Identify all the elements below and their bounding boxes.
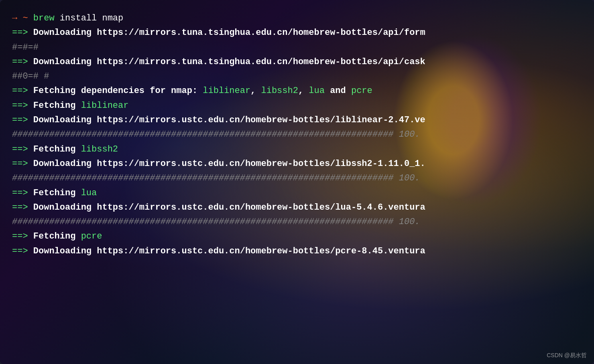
terminal-line-line15: ########################################…	[12, 215, 582, 229]
terminal-text-span: libssh2	[256, 86, 298, 96]
terminal-line-line16: ==> Fetching pcre	[12, 229, 582, 244]
terminal-text-span: ==>	[12, 159, 28, 169]
terminal-content: → ~ brew install nmap==> Downloading htt…	[0, 0, 594, 364]
terminal-line-line12: ########################################…	[12, 171, 582, 186]
terminal-text-span: ########################################…	[12, 173, 420, 183]
terminal-text-span: Fetching dependencies for nmap:	[28, 86, 203, 96]
terminal-text-span: install nmap	[55, 13, 124, 23]
terminal-line-line6: ==> Fetching dependencies for nmap: libl…	[12, 84, 582, 98]
terminal-text-span: ==>	[12, 188, 28, 198]
terminal-text-span: →	[12, 13, 17, 23]
terminal-line-line13: ==> Fetching lua	[12, 186, 582, 200]
terminal-text-span: ==>	[12, 246, 28, 256]
terminal-text-span: libssh2	[81, 144, 118, 154]
terminal-text-span: ==>	[12, 28, 28, 38]
terminal-text-span: Downloading https://mirrors.ustc.edu.cn/…	[28, 246, 425, 256]
terminal-text-span: Fetching	[28, 101, 81, 111]
terminal-text-span: ==>	[12, 231, 28, 241]
terminal-text-span: ~	[22, 13, 28, 23]
terminal-line-line11: ==> Downloading https://mirrors.ustc.edu…	[12, 157, 582, 171]
terminal-text-span: ,	[298, 86, 303, 96]
terminal-text-span: Downloading https://mirrors.ustc.edu.cn/…	[28, 115, 425, 125]
terminal-window: → ~ brew install nmap==> Downloading htt…	[0, 0, 594, 364]
terminal-line-line4: ==> Downloading https://mirrors.tuna.tsi…	[12, 55, 582, 69]
terminal-line-line3: #=#=#	[12, 40, 582, 55]
terminal-text-span: Fetching	[28, 188, 81, 198]
terminal-text-span: Downloading https://mirrors.tuna.tsinghu…	[28, 57, 425, 67]
terminal-text-span	[28, 13, 33, 23]
terminal-line-line2: ==> Downloading https://mirrors.tuna.tsi…	[12, 26, 582, 40]
terminal-text-span: Fetching	[28, 144, 81, 154]
terminal-text-span: pcre	[81, 231, 102, 241]
terminal-line-line5: ##0=# #	[12, 69, 582, 84]
terminal-text-span: ########################################…	[12, 129, 420, 140]
terminal-text-span: Downloading https://mirrors.ustc.edu.cn/…	[28, 202, 425, 212]
terminal-text-span: ==>	[12, 144, 28, 154]
terminal-text-span: ########################################…	[12, 217, 420, 227]
terminal-line-line14: ==> Downloading https://mirrors.ustc.edu…	[12, 200, 582, 215]
terminal-text-span: and	[325, 86, 351, 96]
terminal-text-span: Downloading https://mirrors.ustc.edu.cn/…	[28, 159, 425, 169]
terminal-line-line9: ########################################…	[12, 127, 582, 142]
terminal-line-line17: ==> Downloading https://mirrors.ustc.edu…	[12, 244, 582, 259]
terminal-text-span: liblinear	[81, 101, 129, 111]
terminal-text-span: ==>	[12, 202, 28, 212]
watermark: CSDN @易水哲	[547, 352, 587, 359]
terminal-line-line8: ==> Downloading https://mirrors.ustc.edu…	[12, 113, 582, 127]
terminal-text-span: ##0=# #	[12, 71, 49, 81]
terminal-text-span: ==>	[12, 101, 28, 111]
terminal-line-line1: → ~ brew install nmap	[12, 11, 582, 26]
terminal-text-span: Downloading https://mirrors.tuna.tsinghu…	[28, 28, 425, 38]
terminal-text-span: pcre	[351, 86, 372, 96]
terminal-text-span: lua	[303, 86, 325, 96]
terminal-text-span: ==>	[12, 86, 28, 96]
terminal-text-span: ==>	[12, 57, 28, 67]
terminal-text-span	[17, 13, 22, 23]
terminal-line-line10: ==> Fetching libssh2	[12, 142, 582, 157]
terminal-text-span: Fetching	[28, 231, 81, 241]
terminal-text-span: ,	[250, 86, 256, 96]
terminal-text-span: liblinear	[203, 86, 250, 96]
terminal-text-span: brew	[33, 13, 55, 23]
terminal-line-line7: ==> Fetching liblinear	[12, 99, 582, 113]
terminal-text-span: lua	[81, 188, 97, 198]
terminal-text-span: ==>	[12, 115, 28, 125]
terminal-text-span: #=#=#	[12, 42, 39, 53]
